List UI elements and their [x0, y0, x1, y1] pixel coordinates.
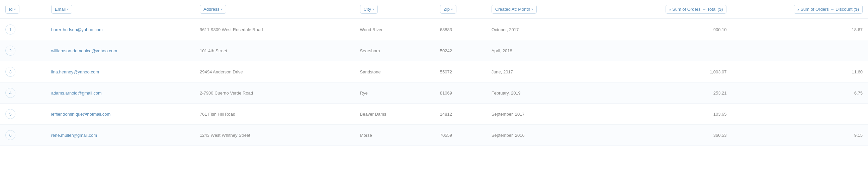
cell-created-at: September, 2016 — [486, 125, 601, 146]
data-table: Id ▾ Email ▾ Address ▾ — [0, 0, 868, 146]
cell-address: 761 Fish Hill Road — [194, 104, 355, 125]
cell-address: 2-7900 Cuerno Verde Road — [194, 82, 355, 104]
cell-city: Searsboro — [355, 40, 435, 61]
col-header-city[interactable]: City ▾ — [355, 0, 435, 19]
cell-created-at: June, 2017 — [486, 61, 601, 82]
chevron-down-icon: ▾ — [14, 7, 16, 11]
cell-city: Morse — [355, 125, 435, 146]
chevron-down-icon: ▾ — [221, 7, 222, 11]
cell-id: 2 — [0, 40, 46, 61]
cell-zip: 55072 — [435, 61, 486, 82]
cell-city: Beaver Dams — [355, 104, 435, 125]
cell-email: rene.muller@gmail.com — [46, 125, 194, 146]
chevron-down-icon: ▾ — [531, 7, 533, 11]
col-zip-label: Zip — [444, 7, 450, 12]
id-badge: 3 — [5, 67, 16, 77]
id-badge: 4 — [5, 88, 16, 98]
cell-email: lina.heaney@yahoo.com — [46, 61, 194, 82]
cell-discount: 11.60 — [732, 61, 868, 82]
cell-zip: 70559 — [435, 125, 486, 146]
col-header-email[interactable]: Email ▾ — [46, 0, 194, 19]
cell-total: 900.10 — [600, 19, 732, 40]
cell-zip: 14812 — [435, 104, 486, 125]
id-badge: 2 — [5, 46, 16, 56]
cell-zip: 81069 — [435, 82, 486, 104]
col-header-address[interactable]: Address ▾ — [194, 0, 355, 19]
col-total-label: Sum of Orders → Total ($) — [672, 7, 723, 12]
table-row: 2 williamson-domenica@yahoo.com 101 4th … — [0, 40, 868, 61]
cell-email: leffler.dominique@hotmail.com — [46, 104, 194, 125]
cell-id: 4 — [0, 82, 46, 104]
cell-city: Sandstone — [355, 61, 435, 82]
cell-address: 29494 Anderson Drive — [194, 61, 355, 82]
col-header-total[interactable]: ▴ Sum of Orders → Total ($) — [600, 0, 732, 19]
chevron-down-icon: ▾ — [451, 7, 453, 11]
cell-id: 1 — [0, 19, 46, 40]
cell-zip: 68883 — [435, 19, 486, 40]
table-row: 3 lina.heaney@yahoo.com 29494 Anderson D… — [0, 61, 868, 82]
sort-up-icon: ▴ — [797, 7, 799, 11]
cell-city: Wood River — [355, 19, 435, 40]
table-row: 5 leffler.dominique@hotmail.com 761 Fish… — [0, 104, 868, 125]
cell-discount — [732, 40, 868, 61]
cell-created-at: April, 2018 — [486, 40, 601, 61]
col-created-label: Created At: Month — [495, 7, 530, 12]
col-discount-label: Sum of Orders → Discount ($) — [800, 7, 859, 12]
chevron-down-icon: ▾ — [67, 7, 69, 11]
table-row: 6 rene.muller@gmail.com 1243 West Whitne… — [0, 125, 868, 146]
cell-discount: 18.67 — [732, 19, 868, 40]
cell-email: adams.arnold@gmail.com — [46, 82, 194, 104]
col-city-label: City — [364, 7, 371, 12]
cell-email: borer-hudson@yahoo.com — [46, 19, 194, 40]
cell-address: 9611-9809 West Rosedale Road — [194, 19, 355, 40]
col-address-label: Address — [204, 7, 219, 12]
table-row: 4 adams.arnold@gmail.com 2-7900 Cuerno V… — [0, 82, 868, 104]
col-header-created[interactable]: Created At: Month ▾ — [486, 0, 601, 19]
cell-discount — [732, 104, 868, 125]
col-header-id[interactable]: Id ▾ — [0, 0, 46, 19]
cell-city: Rye — [355, 82, 435, 104]
id-badge: 6 — [5, 130, 16, 140]
cell-id: 6 — [0, 125, 46, 146]
chevron-down-icon: ▾ — [372, 7, 374, 11]
cell-total: 253.21 — [600, 82, 732, 104]
col-id-label: Id — [9, 7, 13, 12]
cell-zip: 50242 — [435, 40, 486, 61]
cell-created-at: October, 2017 — [486, 19, 601, 40]
col-header-discount[interactable]: ▴ Sum of Orders → Discount ($) — [732, 0, 868, 19]
col-header-zip[interactable]: Zip ▾ — [435, 0, 486, 19]
sort-up-icon: ▴ — [669, 7, 671, 11]
cell-created-at: September, 2017 — [486, 104, 601, 125]
cell-address: 101 4th Street — [194, 40, 355, 61]
cell-address: 1243 West Whitney Street — [194, 125, 355, 146]
cell-total: 1,003.07 — [600, 61, 732, 82]
table-row: 1 borer-hudson@yahoo.com 9611-9809 West … — [0, 19, 868, 40]
id-badge: 5 — [5, 109, 16, 119]
cell-discount: 9.15 — [732, 125, 868, 146]
cell-total: 360.53 — [600, 125, 732, 146]
cell-id: 3 — [0, 61, 46, 82]
cell-total: 103.65 — [600, 104, 732, 125]
cell-created-at: February, 2019 — [486, 82, 601, 104]
cell-id: 5 — [0, 104, 46, 125]
col-email-label: Email — [55, 7, 66, 12]
cell-email: williamson-domenica@yahoo.com — [46, 40, 194, 61]
cell-total — [600, 40, 732, 61]
cell-discount: 6.75 — [732, 82, 868, 104]
id-badge: 1 — [5, 24, 16, 34]
